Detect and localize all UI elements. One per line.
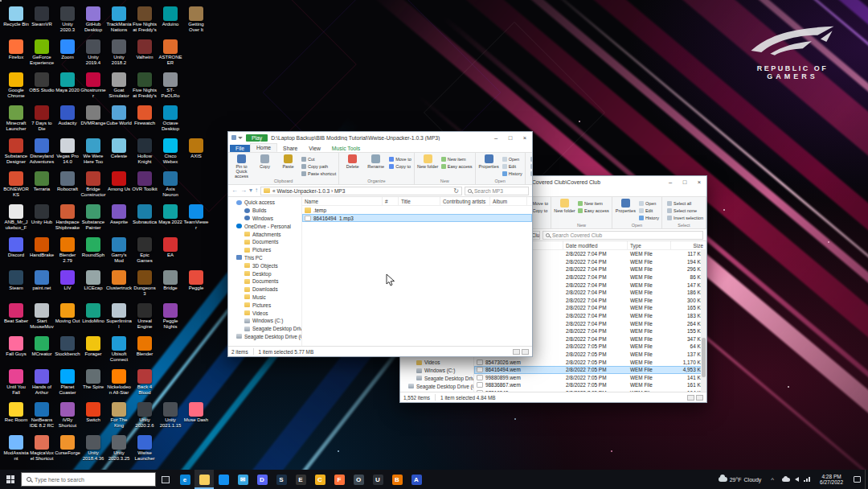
file-row[interactable]: 85473026.wem 2/8/2022 7:05 PM WEM File 1…	[474, 358, 706, 366]
file-row[interactable]: 86416494_1.mp3	[302, 214, 532, 222]
desktop-icon[interactable]: Celeste	[106, 137, 132, 170]
desktop-icon[interactable]: Maya 2020	[55, 71, 80, 104]
desktop-icon[interactable]: For The King	[106, 401, 132, 434]
taskbar-app[interactable]: e	[175, 470, 194, 489]
ribbon-button[interactable]: Edit	[639, 207, 659, 214]
close-button[interactable]: ×	[692, 176, 706, 187]
search-input[interactable]: Search MP3	[465, 187, 529, 195]
music-tools-play-badge[interactable]: Play	[246, 134, 268, 142]
onedrive-icon[interactable]	[782, 478, 790, 482]
taskbar-app[interactable]: C	[310, 470, 330, 489]
desktop-icon[interactable]: Superliminal	[106, 302, 132, 335]
desktop-icon[interactable]: Dungeons 3	[132, 269, 158, 302]
desktop-icon[interactable]: Peggle	[183, 269, 209, 302]
sidebar-item[interactable]: Pictures	[228, 301, 301, 309]
desktop-icon[interactable]: Octave Desktop	[158, 104, 183, 137]
desktop-icon[interactable]: Cube World	[106, 104, 132, 137]
desktop-icon[interactable]: Blender	[132, 335, 158, 368]
column-header-number[interactable]: #	[383, 197, 399, 205]
desktop-icon[interactable]: paint.net	[29, 269, 55, 302]
task-view-button[interactable]	[156, 470, 175, 489]
desktop-icon[interactable]: GitHub Desktop	[80, 5, 106, 38]
desktop-icon[interactable]: Arduino	[158, 5, 183, 38]
back-icon[interactable]: ←	[231, 187, 238, 194]
ribbon-button[interactable]: Move to	[389, 155, 411, 162]
sidebar-item[interactable]: Quick access	[228, 199, 301, 207]
desktop-icon[interactable]: MCreator	[29, 335, 55, 368]
desktop-icon[interactable]: Five Nights at Freddy's 2	[132, 5, 158, 38]
maximize-button[interactable]: □	[678, 176, 692, 187]
ribbon-button[interactable]: New item	[441, 155, 473, 162]
taskbar-app[interactable]: B	[387, 470, 407, 489]
desktop-icon[interactable]: LindoMino	[80, 302, 106, 335]
desktop-icon[interactable]: ANB_Mr_Jukebox_F	[3, 203, 29, 236]
dropdown-icon[interactable]: ▾	[249, 187, 252, 194]
maximize-button[interactable]: □	[503, 132, 518, 143]
desktop-icon[interactable]: Unity 2018.2	[106, 38, 132, 71]
sidebar-item[interactable]: Attachments	[228, 230, 301, 238]
sidebar-item[interactable]: Seagate Desktop Drive (G:)	[228, 333, 301, 341]
desktop-icon[interactable]: Unity 2021.1.15	[158, 401, 183, 434]
ribbon-button[interactable]: New folder	[554, 198, 575, 213]
details-view-icon[interactable]	[687, 395, 694, 401]
desktop-icon[interactable]: GeForce Experience	[29, 38, 55, 71]
sidebar-item[interactable]: Music	[228, 294, 301, 302]
desktop-icon[interactable]: Hands of Arthur	[29, 368, 55, 401]
file-row[interactable]: 98836867.wem 2/8/2022 7:05 PM WEM File 1…	[474, 381, 706, 389]
taskbar-app[interactable]: O	[349, 470, 368, 489]
desktop-icon[interactable]: ModAssistant	[3, 434, 29, 466]
desktop-icon[interactable]: TrackMania Nations Forever	[106, 5, 132, 38]
sidebar-item[interactable]: Downloads	[228, 286, 301, 294]
desktop-icon[interactable]: HandBrake	[29, 236, 55, 269]
taskbar-search[interactable]: Type here to search	[21, 472, 156, 487]
taskbar-app[interactable]: S	[272, 470, 291, 489]
sidebar-item[interactable]: Seagate Desktop Drive (G:)	[228, 325, 301, 333]
desktop-icon[interactable]: Until You Fall	[3, 368, 29, 401]
desktop-icon[interactable]: Unreal Engine	[132, 302, 158, 335]
sidebar-item[interactable]: Builds	[228, 207, 301, 215]
desktop-icon[interactable]: Unity 2020.3	[55, 5, 80, 38]
desktop-icon[interactable]: Beat Saber	[3, 302, 29, 335]
desktop-icon[interactable]: Bridge	[158, 269, 183, 302]
ribbon-tab[interactable]: File	[230, 145, 250, 152]
desktop-icon[interactable]: Substance Painter	[80, 203, 106, 236]
search-input[interactable]: Search Covered Club	[542, 231, 703, 240]
column-header-size[interactable]: Size	[671, 241, 706, 249]
desktop-icon[interactable]: Ghostrunner	[80, 71, 106, 104]
sidebar-item[interactable]: Pictures	[228, 246, 301, 254]
ribbon-button[interactable]: Copy	[254, 154, 276, 179]
sidebar-item[interactable]: Documents	[228, 277, 301, 286]
forward-icon[interactable]: →	[240, 187, 247, 194]
desktop-icon[interactable]: Blender 2.79	[55, 236, 80, 269]
titlebar[interactable]: Play D:\Laptop Backup\BIB Modding Tutori…	[228, 132, 532, 143]
action-center-button[interactable]	[849, 470, 865, 489]
desktop-icon[interactable]: TeamViewer	[183, 203, 209, 236]
desktop-icon[interactable]: LIV	[55, 269, 80, 302]
desktop-icon[interactable]: Maya 2022	[158, 203, 183, 236]
ribbon-tab[interactable]: View	[303, 145, 326, 152]
desktop-icon[interactable]: NetBeans IDE 8.2 RC	[29, 401, 55, 434]
sidebar-item[interactable]: Videos	[228, 309, 301, 317]
desktop-icon[interactable]: CurseForge	[55, 434, 80, 466]
sidebar-item[interactable]: 3D Objects	[228, 261, 301, 269]
desktop-icon[interactable]: Getting Over It	[183, 5, 209, 38]
column-header-album[interactable]: Album	[490, 197, 527, 205]
ribbon-button[interactable]: History	[502, 170, 522, 177]
scrollbar[interactable]	[701, 250, 706, 392]
desktop-icon[interactable]: OVR Toolkit	[132, 170, 158, 203]
desktop-icon[interactable]: Five Nights at Freddy's 3	[132, 71, 158, 104]
desktop-icon[interactable]: Rec Room	[3, 401, 29, 434]
weather-widget[interactable]: 29°F Cloudy	[713, 470, 768, 489]
desktop-icon[interactable]: Epic Games Launcher	[132, 236, 158, 269]
desktop-icon[interactable]: Goat Simulator	[106, 71, 132, 104]
desktop-icon[interactable]: Firewatch	[132, 104, 158, 137]
column-header-date[interactable]: Date modified	[563, 241, 628, 249]
desktop-icon[interactable]: Muse Dash	[183, 401, 209, 434]
desktop-icon[interactable]: Forager	[80, 335, 106, 368]
minimize-button[interactable]: –	[663, 176, 678, 187]
sidebar-item[interactable]: Windows (C:)	[228, 317, 301, 325]
desktop-icon[interactable]: Valheim	[132, 38, 158, 71]
file-row[interactable]: 99880899.wem 2/8/2022 7:05 PM WEM File 1…	[474, 374, 706, 382]
desktop-icon[interactable]: ST-PaOLRo	[158, 71, 183, 104]
desktop-icon[interactable]: Zoom	[55, 38, 80, 71]
